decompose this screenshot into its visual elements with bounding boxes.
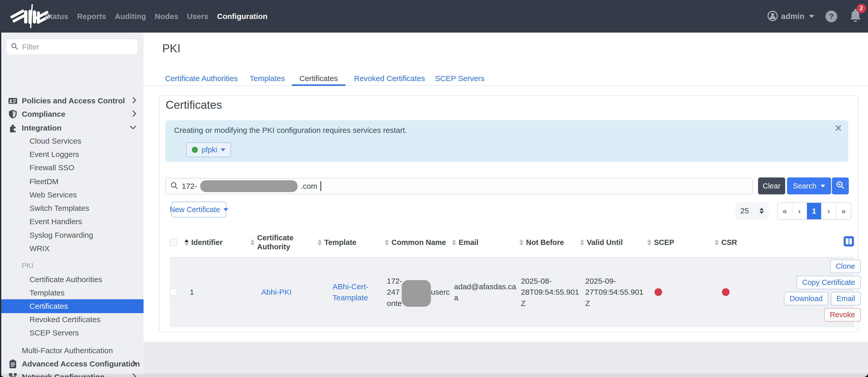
pagination-next[interactable]: › [822,203,836,219]
sidebar-item-policies-and-access-control[interactable]: Policies and Access Control [0,94,144,108]
nav-item-configuration[interactable]: Configuration [217,12,268,21]
per-page-value: 25 [740,206,749,215]
sort-icon [580,239,584,246]
column-header-scep[interactable]: SCEP [647,228,715,257]
clipboard-icon [8,359,18,369]
sidebar-item-switch-templates[interactable]: Switch Templates [0,202,144,215]
revoke-button[interactable]: Revoke [824,308,861,322]
sidebar-item-firewall-sso[interactable]: Firewall SSO [0,161,144,174]
pagination-last[interactable]: » [836,203,851,219]
columns-settings-icon[interactable] [843,236,854,249]
new-certificate-label: New Certificate [170,205,220,214]
column-label: Email [459,238,478,247]
copy-certificate-button[interactable]: Copy Certificate [797,276,861,289]
sidebar-item-event-handlers[interactable]: Event Handlers [0,215,144,228]
certificate-authority-link[interactable]: Abhi-PKI [261,287,291,298]
scep-status-dot [654,288,662,296]
sidebar-item-label: Compliance [22,110,65,118]
pagination: « ‹ 1 › » [777,202,851,220]
pagination-prev[interactable]: ‹ [793,203,807,219]
email-button[interactable]: Email [831,292,861,306]
per-page-select[interactable]: 25 [735,202,769,220]
chevron-right-icon [132,97,136,105]
new-certificate-dropdown[interactable]: New Certificate [172,202,226,218]
sidebar-item-network-configuration[interactable]: Network Configuration [0,370,144,377]
help-button[interactable]: ? [826,10,837,22]
tab-certificates[interactable]: Certificates [300,71,338,85]
column-header-template[interactable]: Template [318,228,385,257]
stepper-icon [760,208,764,214]
tab-revoked-certificates[interactable]: Revoked Certificates [354,71,425,85]
sidebar-item-web-services[interactable]: Web Services [0,188,144,202]
sidebar-item-cloud-services[interactable]: Cloud Services [0,135,144,148]
sidebar-item-compliance[interactable]: Compliance [0,108,144,121]
column-header-common-name[interactable]: Common Name [385,228,452,257]
column-header-csr[interactable]: CSR [715,228,784,257]
user-name-label: admin [781,12,804,21]
column-header-email[interactable]: Email [452,228,519,257]
tab-scep-servers[interactable]: SCEP Servers [435,71,485,85]
chevron-right-icon [132,110,136,118]
sort-icon [452,239,456,246]
nav-item-reports[interactable]: Reports [77,12,106,21]
advanced-search-button[interactable] [832,177,849,194]
sidebar-item-fleetdm[interactable]: FleetDM [0,175,144,188]
download-button[interactable]: Download [784,292,828,306]
pagination-first[interactable]: « [778,203,793,219]
search-button[interactable]: Search [787,177,831,194]
column-label: Certificate Authority [257,233,308,251]
search-button-label: Search [793,182,816,190]
chevron-down-icon [223,208,228,211]
column-header-identifier[interactable]: Identifier [185,228,250,257]
sidebar-item-multi-factor-authentication[interactable]: Multi-Factor Authentication [0,344,144,357]
notifications-button[interactable]: 2 [848,7,863,25]
chevron-down-icon [221,148,225,151]
search-icon [11,42,19,51]
sidebar-item-certificates[interactable]: Certificates [0,299,144,313]
bell-icon [848,20,862,25]
sidebar-item-label: Advanced Access Configuration [22,359,140,368]
user-menu[interactable]: admin [767,10,814,22]
tab-certificate-authorities[interactable]: Certificate Authorities [165,71,238,85]
sidebar-item-wrix[interactable]: WRIX [0,242,144,255]
table-row[interactable]: 1 Abhi-PKI ABhi-Cert-Teamplate 172- 247u… [170,257,854,327]
packetfence-logo-icon[interactable] [9,4,50,29]
sidebar-item-syslog-forwarding[interactable]: Syslog Forwarding [0,229,144,242]
sidebar-filter-input[interactable] [22,42,133,51]
nav-item-status[interactable]: Status [45,12,68,21]
chevron-down-icon [130,125,136,130]
cell-scep [647,258,715,327]
sidebar-item-scep-servers[interactable]: SCEP Servers [0,326,144,340]
column-label: Common Name [392,238,446,247]
select-all-checkbox[interactable] [170,238,177,246]
sidebar-item-label: Syslog Forwarding [29,231,93,239]
sidebar-filter[interactable] [7,39,137,54]
sidebar-item-event-loggers[interactable]: Event Loggers [0,148,144,161]
alert-close-button[interactable]: × [835,122,842,134]
template-link[interactable]: ABhi-Cert-Teamplate [333,281,375,303]
row-checkbox[interactable] [170,288,177,296]
sidebar-item-certificate-authorities[interactable]: Certificate Authorities [0,273,144,286]
sidebar-item-revoked-certificates[interactable]: Revoked Certificates [0,313,144,326]
alert-message: Creating or modifying the PKI configurat… [174,126,407,135]
clear-button[interactable]: Clear [758,177,785,194]
nav-item-auditing[interactable]: Auditing [115,12,146,21]
tab-templates[interactable]: Templates [250,71,285,85]
pfpki-service-dropdown[interactable]: pfpki [186,142,231,157]
column-header-certificate-authority[interactable]: Certificate Authority [250,228,318,257]
pagination-page-1[interactable]: 1 [807,203,822,219]
sidebar-item-integration[interactable]: Integration [0,121,144,135]
column-header-valid-until[interactable]: Valid Until [580,228,647,257]
column-header-not-before[interactable]: Not Before [519,228,580,257]
service-status-dot [192,147,198,153]
nav-item-nodes[interactable]: Nodes [155,12,179,21]
sidebar-item-label: Revoked Certificates [29,315,100,324]
sidebar-item-label: Templates [29,289,65,297]
clone-button[interactable]: Clone [830,260,861,273]
sidebar-item-advanced-access-configuration[interactable]: Advanced Access Configuration [0,357,144,371]
nav-item-users[interactable]: Users [187,12,208,21]
sidebar-item-templates[interactable]: Templates [0,286,144,299]
panel-title: Certificates [165,98,222,111]
search-input[interactable]: 172- .com [165,178,753,194]
sidebar-item-label: Event Handlers [29,217,82,226]
